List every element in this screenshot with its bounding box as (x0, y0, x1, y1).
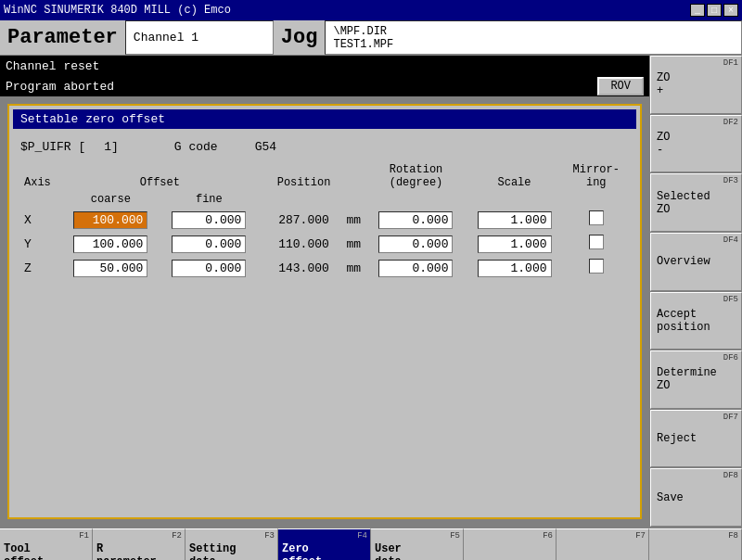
th-scale-empty (466, 191, 564, 208)
th-empty2 (340, 161, 366, 191)
fine-value[interactable]: 0.000 (160, 208, 258, 232)
header-row: Parameter Channel 1 Jog \MPF.DIR TEST1.M… (0, 20, 742, 56)
app-title: WinNC SINUMERIK 840D MILL (c) Emco (4, 4, 231, 17)
fkey-label: DF2 (723, 118, 738, 127)
sidebar-btn-label: Overview (657, 255, 710, 268)
sidebar: DF1ZO+DF2ZO-DF3SelectedZODF4OverviewDF5A… (649, 56, 742, 527)
mirror-checkbox[interactable] (564, 208, 629, 232)
sidebar-btn-label: DetermineZO (657, 366, 717, 392)
rotation-value[interactable]: 0.000 (366, 232, 465, 256)
table-area: $P_UIFR [ 1] G code G54 Axis Offset Posi… (13, 136, 636, 284)
rov-button[interactable]: ROV (597, 77, 644, 95)
param-row: $P_UIFR [ 1] G code G54 (20, 140, 629, 154)
position-value: 287.000 (267, 208, 340, 232)
gcode-value: G54 (255, 140, 276, 154)
bottom-btn-label: Userdata (375, 542, 459, 560)
fkey-label: DF3 (723, 176, 738, 185)
rotation-value[interactable]: 0.000 (366, 208, 465, 232)
bottom-btn-tool-offset[interactable]: F1Tooloffset (0, 528, 93, 560)
bottom-btn-label: Tooloffset (4, 542, 88, 560)
main-area: Channel reset Program aborted ROV Settab… (0, 56, 742, 527)
sidebar-btn-label: SelectedZO (657, 190, 710, 216)
unit-label: mm (340, 208, 366, 232)
sidebar-btn-determine-zo[interactable]: DF6DetermineZO (650, 350, 742, 409)
sidebar-btn-reject[interactable]: DF7Reject (650, 410, 742, 468)
axis-label: X (20, 208, 61, 232)
bottom-btn-label: Rparameter (96, 542, 181, 560)
fkey-label: DF1 (723, 58, 738, 68)
file-dir: \MPF.DIR (333, 25, 734, 38)
table-row: X 100.000 0.000 287.000 mm 0.000 1.000 (20, 208, 629, 232)
offset-table: Axis Offset Position Rotation (degree) S… (20, 161, 629, 280)
file-display: \MPF.DIR TEST1.MPF (325, 20, 742, 55)
bottom-btn-zero-offset[interactable]: F4Zerooffset (278, 528, 371, 560)
window-controls[interactable]: _ □ × (690, 4, 738, 17)
sidebar-btn-label: Save (657, 491, 684, 504)
fine-value[interactable]: 0.000 (160, 232, 258, 256)
bottom-btn-label: Zerooffset (282, 542, 366, 560)
sidebar-btn-label: Reject (657, 432, 697, 445)
zero-offset-panel: Settable zero offset $P_UIFR [ 1] G code… (7, 104, 642, 519)
bottom-btn-user-data[interactable]: F5Userdata (371, 528, 464, 560)
th-coarse: coarse (61, 191, 160, 208)
sidebar-btn-selected-zo[interactable]: DF3SelectedZO (650, 173, 742, 232)
position-value: 110.000 (267, 232, 340, 256)
sidebar-btn-zo-plus[interactable]: DF1ZO+ (650, 56, 742, 114)
unit-label: mm (340, 256, 366, 280)
parameter-label: Parameter (0, 20, 125, 55)
th-mirror-empty (564, 191, 629, 208)
position-value: 143.000 (267, 256, 340, 280)
th-mirror: Mirror- ing (564, 161, 629, 191)
sidebar-btn-save[interactable]: DF8Save (650, 468, 742, 527)
th-fine: fine (160, 191, 258, 208)
coarse-value[interactable]: 100.000 (61, 232, 160, 256)
minimize-button[interactable]: _ (690, 4, 705, 17)
bottom-btn-f7[interactable]: F7 (556, 528, 649, 560)
table-row: Y 100.000 0.000 110.000 mm 0.000 1.000 (20, 232, 629, 256)
sidebar-btn-label: ZO+ (657, 71, 670, 97)
sidebar-btn-overview[interactable]: DF4Overview (650, 233, 742, 291)
bottom-btn-f8[interactable]: F8 (649, 528, 742, 560)
th-rot-empty (366, 191, 465, 208)
bottom-btn-setting-data[interactable]: F3Settingdata (186, 528, 278, 560)
channel-reset-bar: Channel reset (0, 56, 649, 76)
fine-value[interactable]: 0.000 (160, 256, 258, 280)
mirror-checkbox[interactable] (564, 232, 629, 256)
scale-value[interactable]: 1.000 (466, 256, 564, 280)
table-body: X 100.000 0.000 287.000 mm 0.000 1.000 Y… (20, 208, 629, 280)
th-scale: Scale (466, 161, 564, 191)
axis-label: Z (20, 256, 61, 280)
th-axis: Axis (20, 161, 61, 191)
fkey-label: DF8 (723, 471, 738, 480)
bottom-btn-f6[interactable]: F6 (464, 528, 556, 560)
bottom-btn-label: Settingdata (189, 542, 274, 560)
spacer (258, 232, 267, 256)
fkey-label: F2 (172, 531, 182, 541)
th-pos-empty (258, 191, 267, 208)
gcode-label: G code (174, 140, 218, 154)
unit-label: mm (340, 232, 366, 256)
rotation-value[interactable]: 0.000 (366, 256, 465, 280)
fkey-label: DF6 (723, 353, 738, 363)
coarse-value[interactable]: 50.000 (61, 256, 160, 280)
program-aborted-bar: Program aborted ROV (0, 76, 649, 96)
coarse-value[interactable]: 100.000 (61, 208, 160, 232)
mirror-checkbox[interactable] (564, 256, 629, 280)
th-axis-empty (20, 191, 61, 208)
axis-label: Y (20, 232, 61, 256)
content-area: Channel reset Program aborted ROV Settab… (0, 56, 649, 527)
program-aborted-text: Program aborted (6, 80, 114, 94)
close-button[interactable]: × (723, 4, 738, 17)
maximize-button[interactable]: □ (707, 4, 722, 17)
fkey-label: F1 (79, 531, 89, 541)
param-value: 1] (104, 140, 119, 154)
sidebar-btn-accept-position[interactable]: DF5Acceptposition (650, 292, 742, 350)
fkey-label: F6 (543, 531, 553, 541)
th-unit-empty (340, 191, 366, 208)
scale-value[interactable]: 1.000 (466, 232, 564, 256)
title-bar: WinNC SINUMERIK 840D MILL (c) Emco _ □ × (0, 0, 742, 20)
sidebar-btn-zo-minus[interactable]: DF2ZO- (650, 115, 742, 173)
sidebar-btn-label: Acceptposition (657, 308, 710, 334)
scale-value[interactable]: 1.000 (466, 208, 564, 232)
bottom-btn-r-parameter[interactable]: F2Rparameter (93, 528, 186, 560)
